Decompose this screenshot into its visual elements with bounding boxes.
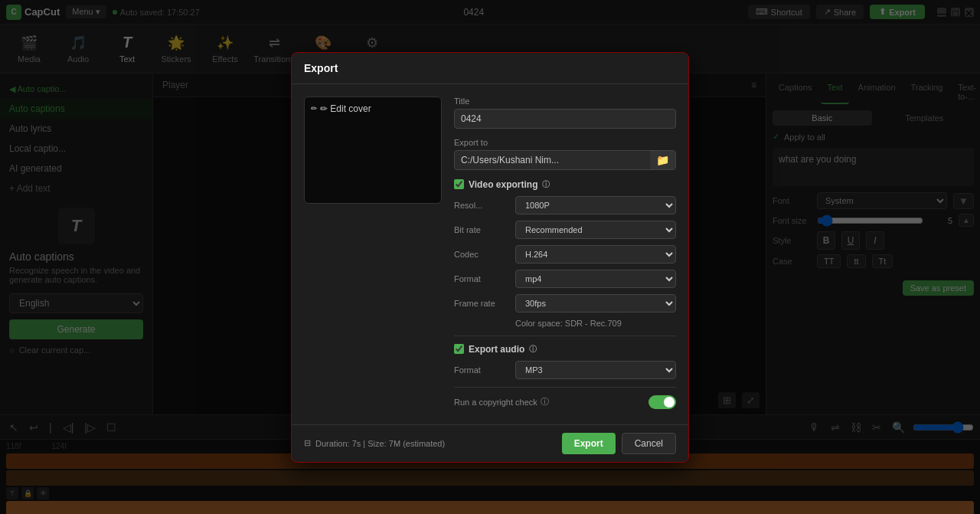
bitrate-label: Bit rate xyxy=(454,225,515,234)
copyright-info-icon: ⓘ xyxy=(541,396,549,408)
video-exporting-label: Video exporting xyxy=(469,179,537,190)
video-info-icon: ⓘ xyxy=(542,179,550,190)
export-form: Title Export to 📁 Video exporting ⓘ xyxy=(454,97,676,412)
video-exporting-checkbox[interactable] xyxy=(454,179,464,189)
resolution-row: Resol... 1080P xyxy=(454,196,676,214)
copyright-row: Run a copyright check ⓘ xyxy=(454,395,676,409)
audio-exporting-checkbox[interactable] xyxy=(454,344,464,354)
codec-label: Codec xyxy=(454,250,515,259)
footer-actions: Export Cancel xyxy=(562,433,676,454)
frame-rate-row: Frame rate 30fps xyxy=(454,294,676,313)
duration-icon: ⊟ xyxy=(304,438,311,448)
copyright-label: Run a copyright check ⓘ xyxy=(454,396,549,408)
codec-row: Codec H.264 xyxy=(454,245,676,264)
bitrate-row: Bit rate Recommended xyxy=(454,221,676,239)
copyright-text: Run a copyright check xyxy=(454,398,537,407)
modal-footer: ⊟ Duration: 7s | Size: 7M (estimated) Ex… xyxy=(292,424,688,462)
audio-exporting-section: Export audio ⓘ xyxy=(454,344,676,355)
folder-browse-button[interactable]: 📁 xyxy=(650,151,675,169)
divider-2 xyxy=(454,387,676,388)
modal-cancel-button[interactable]: Cancel xyxy=(622,433,676,454)
resolution-label: Resol... xyxy=(454,201,515,210)
format-select[interactable]: mp4 xyxy=(515,270,676,288)
title-row: Title xyxy=(454,97,676,129)
pencil-icon: ✏ xyxy=(311,104,317,113)
export-modal: Export ✏ ✏ Edit cover Title Export to xyxy=(291,52,689,463)
bitrate-select[interactable]: Recommended xyxy=(515,221,676,239)
export-path-field: 📁 xyxy=(454,150,676,170)
duration-text: Duration: 7s | Size: 7M (estimated) xyxy=(315,439,445,448)
format-label: Format xyxy=(454,274,515,283)
edit-cover-text: ✏ Edit cover xyxy=(320,103,371,114)
export-path-input[interactable] xyxy=(455,151,650,169)
audio-info-icon: ⓘ xyxy=(529,344,537,355)
edit-cover-label[interactable]: ✏ ✏ Edit cover xyxy=(311,103,371,114)
divider xyxy=(454,336,676,336)
audio-format-row: Format MP3 xyxy=(454,361,676,379)
color-space: Color space: SDR - Rec.709 xyxy=(454,319,676,328)
title-label: Title xyxy=(454,97,676,106)
toggle-knob xyxy=(664,397,675,408)
format-row: Format mp4 xyxy=(454,270,676,288)
export-modal-overlay: Export ✏ ✏ Edit cover Title Export to xyxy=(0,0,980,514)
frame-rate-label: Frame rate xyxy=(454,299,515,308)
resolution-select[interactable]: 1080P xyxy=(515,196,676,214)
video-exporting-section: Video exporting ⓘ xyxy=(454,179,676,190)
audio-format-label: Format xyxy=(454,365,515,375)
export-to-label: Export to xyxy=(454,138,676,147)
audio-exporting-label: Export audio xyxy=(469,344,524,355)
cover-preview: ✏ ✏ Edit cover xyxy=(304,97,442,204)
copyright-toggle[interactable] xyxy=(648,395,676,409)
frame-rate-select[interactable]: 30fps xyxy=(515,294,676,313)
modal-header: Export xyxy=(292,53,688,84)
audio-format-select[interactable]: MP3 xyxy=(515,361,676,379)
export-to-row: Export to 📁 xyxy=(454,138,676,170)
modal-export-button[interactable]: Export xyxy=(562,433,616,454)
codec-select[interactable]: H.264 xyxy=(515,245,676,264)
title-input[interactable] xyxy=(454,109,676,129)
modal-body: ✏ ✏ Edit cover Title Export to 📁 xyxy=(292,84,688,424)
footer-info: ⊟ Duration: 7s | Size: 7M (estimated) xyxy=(304,438,445,448)
